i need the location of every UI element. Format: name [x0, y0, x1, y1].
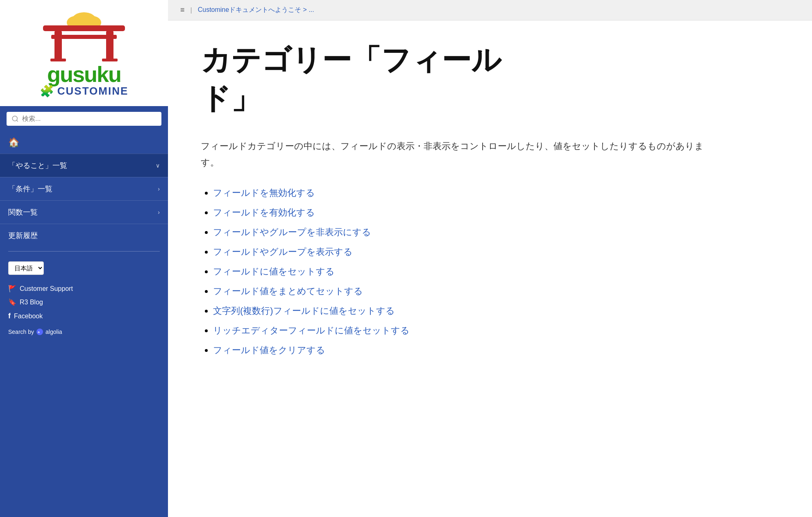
customine-label: CUSTOMINE [57, 85, 129, 98]
algolia-attribution: Search by a algolia [0, 324, 168, 343]
logo-container: gusuku 🧩 CUSTOMINE [39, 8, 129, 98]
gusuku-logo-text: gusuku [47, 63, 121, 85]
nav-item-conditions[interactable]: 「条件」一覧 › [0, 177, 168, 200]
nav-item-functions[interactable]: 関数一覧 › [0, 200, 168, 224]
list-item: リッチエディターフィールドに値をセットする [213, 324, 709, 337]
search-input[interactable] [22, 115, 157, 122]
list-item: フィールドを無効化する [213, 187, 709, 199]
link-clear-value[interactable]: フィールド値をクリアする [213, 345, 325, 355]
list-item: フィールド値をクリアする [213, 344, 709, 356]
chevron-down-icon: ∨ [156, 162, 160, 169]
svg-rect-6 [106, 31, 113, 61]
breadcrumb-text[interactable]: Customineドキュメントへようこそ > ... [198, 6, 314, 14]
list-item: フィールド値をまとめてセットする [213, 285, 709, 297]
search-box[interactable] [7, 112, 161, 126]
puzzle-icon: 🧩 [40, 84, 54, 98]
page-title: カテゴリー「フィール ド」 [201, 41, 709, 118]
svg-rect-3 [43, 25, 125, 31]
link-set-value[interactable]: フィールドに値をセットする [213, 266, 335, 277]
link-enable-field[interactable]: フィールドを有効化する [213, 207, 315, 218]
main-content: ≡ | Customineドキュメントへようこそ > ... カテゴリー「フィー… [168, 0, 812, 517]
nav-item-history[interactable]: 更新履歴 [0, 224, 168, 247]
sidebar-links: 🚩 Customer Support 🔖 R3 Blog f Facebook [0, 281, 168, 324]
facebook-label: Facebook [14, 313, 43, 320]
link-hide-field[interactable]: フィールドやグループを非表示にする [213, 227, 371, 237]
search-icon [11, 115, 19, 122]
svg-line-10 [16, 120, 18, 121]
svg-rect-7 [50, 59, 66, 61]
svg-rect-8 [102, 59, 118, 61]
nav-item-actions[interactable]: 「やること」一覧 ∨ [0, 154, 168, 177]
link-disable-field[interactable]: フィールドを無効化する [213, 188, 315, 198]
content-link-list: フィールドを無効化する フィールドを有効化する フィールドやグループを非表示にす… [201, 187, 709, 356]
svg-point-9 [12, 116, 17, 121]
chevron-right-icon-2: › [158, 209, 160, 215]
list-item: 文字列(複数行)フィールドに値をセットする [213, 305, 709, 317]
page-description: フィールドカテゴリーの中には、フィールドの表示・非表示をコントロールしたり、値を… [201, 138, 709, 170]
svg-text:a: a [38, 330, 40, 334]
link-show-field[interactable]: フィールドやグループを表示する [213, 247, 353, 257]
bookmark-icon: 🔖 [8, 298, 16, 306]
content-area: カテゴリー「フィール ド」 フィールドカテゴリーの中には、フィールドの表示・非表… [168, 20, 742, 389]
list-item: フィールドやグループを非表示にする [213, 226, 709, 238]
customine-row: 🧩 CUSTOMINE [40, 84, 129, 98]
r3-blog-link[interactable]: 🔖 R3 Blog [8, 298, 160, 306]
torii-logo [39, 8, 129, 61]
r3-blog-label: R3 Blog [20, 299, 43, 306]
language-select[interactable]: 日本語 [8, 261, 44, 275]
list-item: フィールドを有効化する [213, 206, 709, 219]
link-set-rich-editor[interactable]: リッチエディターフィールドに値をセットする [213, 325, 410, 336]
search-by-label: Search by [8, 329, 34, 335]
facebook-icon: f [8, 312, 11, 320]
list-item: フィールドやグループを表示する [213, 246, 709, 258]
page-title-line2: ド」 [201, 82, 261, 115]
breadcrumb-bar: ≡ | Customineドキュメントへようこそ > ... [168, 0, 812, 20]
algolia-icon: a [36, 329, 43, 335]
nav-home-button[interactable]: 🏠 [0, 132, 168, 154]
nav-item-functions-label: 関数一覧 [8, 207, 38, 217]
svg-rect-5 [54, 31, 62, 61]
nav-item-history-label: 更新履歴 [8, 231, 38, 240]
nav-divider [8, 251, 160, 252]
page-title-line1: カテゴリー「フィール [201, 43, 501, 76]
chevron-right-icon: › [158, 186, 160, 192]
sidebar: gusuku 🧩 CUSTOMINE 🏠 「やること」一覧 ∨ 「条件」一覧 ›… [0, 0, 168, 517]
link-set-values-batch[interactable]: フィールド値をまとめてセットする [213, 286, 363, 296]
breadcrumb-separator: | [191, 7, 192, 14]
facebook-link[interactable]: f Facebook [8, 312, 160, 320]
logo-area: gusuku 🧩 CUSTOMINE [0, 0, 168, 106]
search-area [0, 106, 168, 132]
nav-item-actions-label: 「やること」一覧 [8, 161, 67, 170]
customer-support-link[interactable]: 🚩 Customer Support [8, 285, 160, 293]
algolia-label: algolia [45, 329, 62, 335]
svg-point-11 [36, 329, 43, 335]
flag-icon: 🚩 [8, 285, 16, 293]
list-item: フィールドに値をセットする [213, 265, 709, 278]
nav-item-conditions-label: 「条件」一覧 [8, 184, 52, 194]
customer-support-label: Customer Support [20, 285, 73, 293]
breadcrumb-icon: ≡ [180, 6, 185, 14]
link-set-multiline[interactable]: 文字列(複数行)フィールドに値をセットする [213, 306, 395, 316]
language-selector-wrap: 日本語 [0, 256, 168, 281]
